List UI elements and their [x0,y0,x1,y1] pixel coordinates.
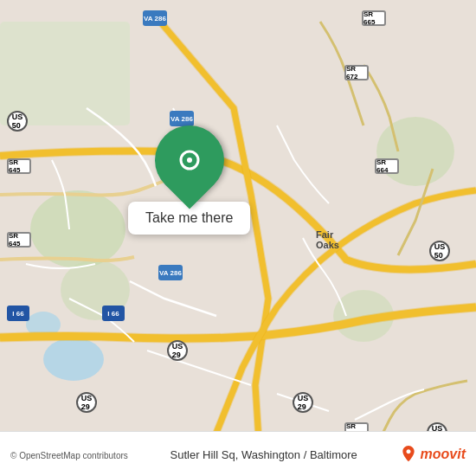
svg-point-0 [30,190,125,268]
shield-i66-left: I 66 [7,306,29,321]
shield-sr664: SR 664 [375,158,399,174]
shield-us29-bottom-left: US29 [76,392,97,413]
place-label-fair-oaks: FairOaks [316,229,339,250]
location-info: Sutler Hill Sq, Washington / Baltimore [170,447,357,462]
svg-point-1 [376,117,454,186]
svg-point-5 [43,338,104,381]
shield-sr665: SR 665 [362,10,386,26]
moovit-pin-icon [400,446,417,463]
attribution-text: © OpenStreetMap contributors [10,447,128,462]
moovit-logo: moovit [400,446,466,463]
map-container: FairOaks VA 286 SR 665 US50 VA 286 SR 67… [0,0,476,476]
shield-va286-bottom: VA 286 [158,265,183,280]
map-roads [0,0,476,476]
popup-label: Take me there [145,210,233,225]
map-popup[interactable]: Take me there [128,125,250,235]
shield-sr645-left: SR 645 [7,158,31,174]
svg-rect-3 [0,22,130,125]
pin-inner [176,146,203,174]
shield-us29-mid: US29 [167,340,188,361]
shield-va286-mid: VA 286 [170,111,194,126]
shield-us50-left: US50 [7,111,28,132]
shield-us29-bottom-right: US29 [293,392,313,413]
shield-va286-top: VA 286 [143,10,167,26]
moovit-text: moovit [421,447,466,462]
svg-point-8 [187,158,192,163]
shield-us50-right: US50 [429,241,450,261]
map-pin [140,111,238,209]
shield-sr645-mid: SR 645 [7,232,31,248]
shield-sr672: SR 672 [344,65,369,80]
bottom-bar: © OpenStreetMap contributors Sutler Hill… [0,431,476,476]
shield-i66-mid: I 66 [102,306,125,321]
